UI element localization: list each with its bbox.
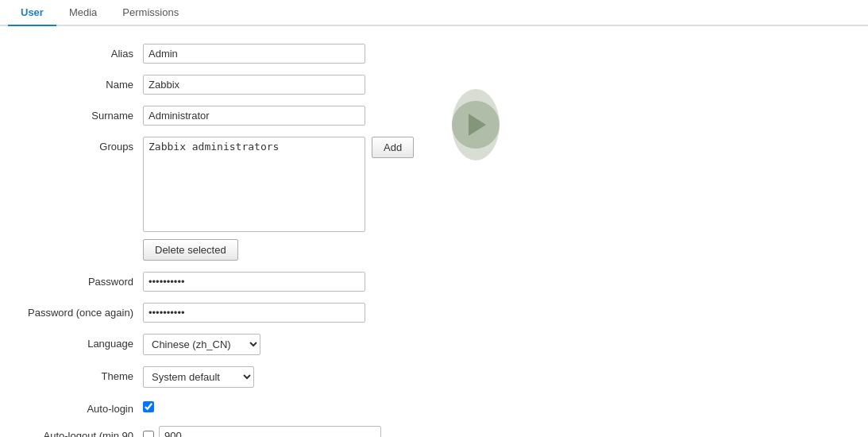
language-select[interactable]: Default Chinese (zh_CN) English (en_US) … xyxy=(143,334,260,355)
alias-label: Alias xyxy=(0,44,143,60)
delete-selected-button[interactable]: Delete selected xyxy=(143,239,238,261)
play-decoration xyxy=(452,89,500,160)
theme-select[interactable]: System default Blue Dark xyxy=(143,366,254,388)
autologout-control xyxy=(143,426,461,437)
surname-input[interactable] xyxy=(143,106,365,126)
language-label: Language xyxy=(0,334,143,350)
tab-media[interactable]: Media xyxy=(56,0,110,26)
password-once-label: Password (once again) xyxy=(0,303,143,319)
autologout-label: Auto-logout (min 90 seconds) xyxy=(0,426,143,437)
password-label: Password xyxy=(0,272,143,288)
add-button[interactable]: Add xyxy=(372,137,414,158)
theme-control: System default Blue Dark xyxy=(143,366,461,388)
groups-textarea-wrap: Zabbix administrators xyxy=(143,137,365,234)
autologin-row: Auto-login xyxy=(0,397,868,416)
name-input[interactable] xyxy=(143,75,365,95)
groups-area: Zabbix administrators Add xyxy=(143,137,461,234)
tab-bar: User Media Permissions xyxy=(0,0,868,26)
name-row: Name xyxy=(0,73,868,96)
tab-user[interactable]: User xyxy=(8,0,56,26)
groups-row: Groups Zabbix administrators Add Delete … xyxy=(0,135,868,262)
password-once-control xyxy=(143,303,461,323)
password-once-row: Password (once again) xyxy=(0,301,868,324)
play-icon xyxy=(469,114,486,136)
password-row: Password xyxy=(0,270,868,293)
language-row: Language Default Chinese (zh_CN) English… xyxy=(0,332,868,357)
language-control: Default Chinese (zh_CN) English (en_US) … xyxy=(143,334,461,355)
surname-label: Surname xyxy=(0,106,143,122)
groups-label: Groups xyxy=(0,137,143,153)
theme-row: Theme System default Blue Dark xyxy=(0,365,868,389)
autologin-label: Auto-login xyxy=(0,399,143,415)
autologin-checkbox[interactable] xyxy=(143,401,154,412)
groups-textarea[interactable]: Zabbix administrators xyxy=(143,137,365,232)
autologout-input xyxy=(159,426,381,437)
surname-control xyxy=(143,106,461,126)
alias-control xyxy=(143,44,461,64)
password-input[interactable] xyxy=(143,272,365,292)
theme-label: Theme xyxy=(0,366,143,382)
name-control xyxy=(143,75,461,95)
surname-row: Surname xyxy=(0,104,868,127)
alias-input[interactable] xyxy=(143,44,365,64)
user-form: Alias Name Surname Groups Zabbix adminis… xyxy=(0,26,868,437)
autologout-row: Auto-logout (min 90 seconds) xyxy=(0,424,868,437)
name-label: Name xyxy=(0,75,143,91)
autologout-checkbox[interactable] xyxy=(143,431,154,438)
play-inner xyxy=(452,101,500,149)
password-once-input[interactable] xyxy=(143,303,365,323)
groups-control: Zabbix administrators Add Delete selecte… xyxy=(143,137,461,261)
autologin-control xyxy=(143,399,461,412)
password-control xyxy=(143,272,461,292)
alias-row: Alias xyxy=(0,42,868,65)
tab-permissions[interactable]: Permissions xyxy=(110,0,191,26)
